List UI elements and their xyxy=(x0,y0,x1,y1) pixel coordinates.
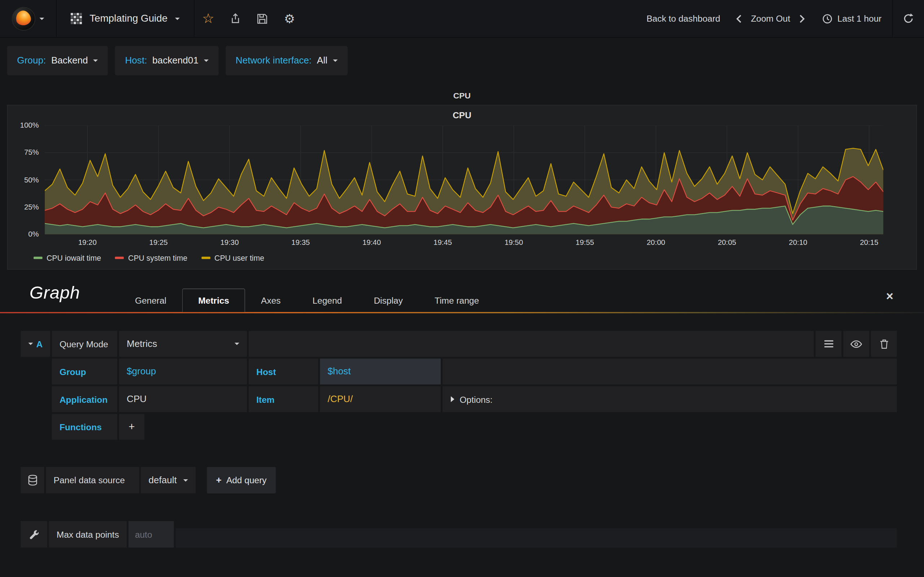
save-icon xyxy=(257,13,267,24)
query-menu-button[interactable] xyxy=(816,331,842,357)
gear-icon: ⚙ xyxy=(284,12,295,24)
tab-general[interactable]: General xyxy=(119,288,182,312)
options-toggle[interactable]: Options: xyxy=(443,386,897,412)
max-data-points-input[interactable] xyxy=(135,529,168,540)
tab-time-range[interactable]: Time range xyxy=(419,288,495,312)
panel-editor-header: Graph GeneralMetricsAxesLegendDisplayTim… xyxy=(0,279,924,312)
variable-label: Network interface: xyxy=(236,55,312,66)
group-field-label: Group xyxy=(52,358,117,384)
variable-dropdown-1[interactable]: Group:Backend xyxy=(7,46,108,76)
row-indent xyxy=(21,358,50,384)
dashboard-picker[interactable]: Templating Guide xyxy=(57,0,195,37)
grafana-logo-icon xyxy=(12,7,36,30)
x-axis-label: 19:40 xyxy=(362,239,381,247)
share-dashboard-button[interactable] xyxy=(221,0,249,37)
plus-icon: + xyxy=(216,475,221,485)
star-dashboard-button[interactable]: ☆ xyxy=(195,0,221,37)
x-axis: 19:2019:2519:3019:3519:4019:4519:5019:55… xyxy=(45,237,883,249)
add-query-button[interactable]: + Add query xyxy=(207,467,276,493)
datasource-label: Panel data source xyxy=(46,467,139,493)
query-row-group-host: Group $group Host $host xyxy=(21,358,897,384)
chart-legend: CPU iowait timeCPU system timeCPU user t… xyxy=(34,251,916,264)
variable-dropdown-3[interactable]: Network interface:All xyxy=(226,46,347,76)
zoom-out-button[interactable]: Zoom Out xyxy=(749,14,793,24)
grafana-menu-button[interactable] xyxy=(0,0,57,37)
chevron-down-icon xyxy=(93,60,98,62)
wrench-icon xyxy=(29,529,39,540)
query-mode-value: Metrics xyxy=(127,338,157,349)
tab-legend[interactable]: Legend xyxy=(297,288,358,312)
tab-metrics[interactable]: Metrics xyxy=(182,288,245,312)
share-icon xyxy=(229,13,241,24)
max-data-points-label: Max data points xyxy=(49,521,127,548)
panel-settings-row: Max data points xyxy=(21,521,897,548)
time-range-label: Last 1 hour xyxy=(837,14,882,24)
legend-color-swatch xyxy=(34,257,42,259)
editor-accent-rule xyxy=(0,312,924,313)
settings-icon-cell xyxy=(21,521,47,548)
refresh-button[interactable] xyxy=(892,0,924,37)
variable-label: Host: xyxy=(125,55,147,66)
legend-label: CPU user time xyxy=(215,253,264,262)
legend-item[interactable]: CPU system time xyxy=(115,253,187,262)
time-shift-right-button[interactable] xyxy=(793,0,811,37)
query-mode-select[interactable]: Metrics xyxy=(119,331,247,357)
x-axis-label: 20:10 xyxy=(789,239,808,247)
star-icon: ☆ xyxy=(202,12,215,26)
x-axis-label: 20:00 xyxy=(647,239,665,247)
x-axis-label: 20:05 xyxy=(718,239,736,247)
variable-value: Backend xyxy=(51,55,88,66)
host-field-input[interactable]: $host xyxy=(320,358,441,384)
group-field-input[interactable]: $group xyxy=(119,358,247,384)
x-axis-label: 19:55 xyxy=(576,239,594,247)
row-indent xyxy=(21,414,50,440)
variable-value: All xyxy=(317,55,327,66)
x-axis-label: 19:30 xyxy=(220,239,239,247)
query-editor: A Query Mode Metrics xyxy=(21,331,897,440)
datasource-select[interactable]: default xyxy=(141,467,195,493)
query-letter: A xyxy=(36,339,43,349)
legend-item[interactable]: CPU user time xyxy=(201,253,264,262)
trash-icon xyxy=(880,339,888,349)
time-shift-left-button[interactable] xyxy=(730,0,749,37)
y-axis-label: 100% xyxy=(20,121,39,129)
functions-field-label: Functions xyxy=(52,414,117,440)
query-delete-button[interactable] xyxy=(871,331,897,357)
x-axis-label: 19:25 xyxy=(149,239,168,247)
application-field-input[interactable]: CPU xyxy=(119,386,247,412)
y-axis-label: 50% xyxy=(24,176,39,184)
top-navbar: Templating Guide ☆ ⚙ Back to dashboard Z… xyxy=(0,0,924,37)
chevron-left-icon xyxy=(736,14,743,23)
query-visibility-button[interactable] xyxy=(843,331,869,357)
time-range-picker[interactable]: Last 1 hour xyxy=(811,13,892,24)
settings-button[interactable]: ⚙ xyxy=(276,0,303,37)
chart-body: 0%25%50%75%100% xyxy=(8,126,916,234)
variable-dropdown-2[interactable]: Host:backend01 xyxy=(115,46,219,76)
legend-label: CPU system time xyxy=(128,253,187,262)
tab-axes[interactable]: Axes xyxy=(245,288,297,312)
query-mode-label: Query Mode xyxy=(52,331,117,357)
close-editor-button[interactable]: × xyxy=(886,290,893,302)
chart-title: CPU xyxy=(8,108,916,123)
x-axis-label: 19:20 xyxy=(78,239,97,247)
options-label: Options: xyxy=(459,394,492,404)
chart-plot-area[interactable] xyxy=(45,126,883,234)
editor-tabs: GeneralMetricsAxesLegendDisplayTime rang… xyxy=(119,288,495,312)
legend-item[interactable]: CPU iowait time xyxy=(34,253,101,262)
x-axis-label: 19:45 xyxy=(433,239,452,247)
host-field-label: Host xyxy=(249,358,318,384)
cpu-chart-svg xyxy=(45,126,883,234)
query-collapse-toggle[interactable]: A xyxy=(21,331,50,357)
chevron-down-icon xyxy=(183,479,188,482)
add-function-button[interactable]: + xyxy=(119,414,144,440)
panel-drag-title[interactable]: CPU xyxy=(0,86,924,105)
panel-datasource-row: Panel data source default + Add query xyxy=(21,467,897,493)
legend-color-swatch xyxy=(201,257,210,259)
save-dashboard-button[interactable] xyxy=(249,0,276,37)
item-field-label: Item xyxy=(249,386,318,412)
item-field-input[interactable]: /CPU/ xyxy=(320,386,441,412)
legend-color-swatch xyxy=(115,257,124,259)
grafana-app: Templating Guide ☆ ⚙ Back to dashboard Z… xyxy=(0,0,924,577)
back-to-dashboard-button[interactable]: Back to dashboard xyxy=(637,14,729,24)
tab-display[interactable]: Display xyxy=(358,288,419,312)
